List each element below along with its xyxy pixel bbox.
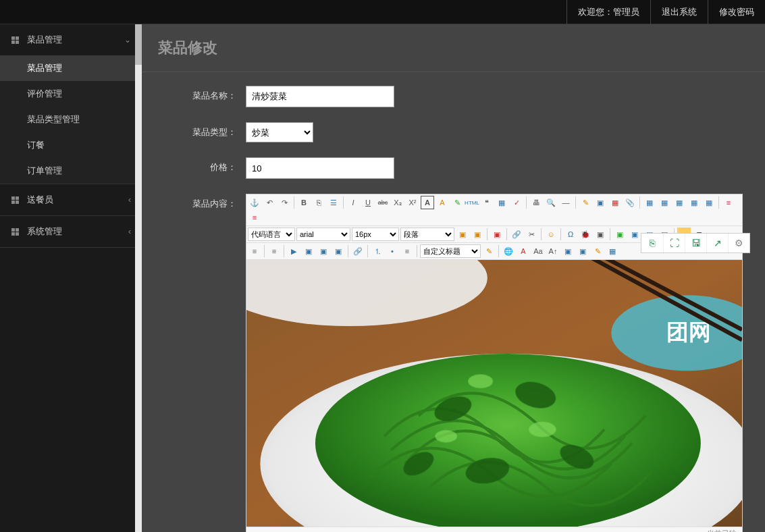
copy-icon[interactable]: ⎘ <box>641 234 663 252</box>
textcolor-icon[interactable]: A <box>436 196 449 209</box>
bug-icon[interactable]: 🐞 <box>579 228 592 241</box>
separator <box>541 228 542 240</box>
img3-icon[interactable]: ▣ <box>490 228 504 241</box>
highlight-icon[interactable]: ✎ <box>579 196 592 209</box>
preview-icon[interactable]: 🔍 <box>544 196 558 209</box>
para2-icon[interactable]: ≡ <box>248 211 261 224</box>
ruler-icon[interactable]: — <box>559 196 573 209</box>
form-row-price: 价格： <box>158 157 749 179</box>
separator <box>560 228 561 240</box>
unlink-icon[interactable]: ✂ <box>525 228 538 241</box>
paragraph-select[interactable]: 段落 <box>400 228 454 241</box>
para-icon[interactable]: ≡ <box>722 196 735 209</box>
bullet-list-icon[interactable]: • <box>386 244 399 258</box>
palette-icon[interactable]: ✎ <box>591 244 604 258</box>
share-icon[interactable]: ↗ <box>706 234 728 252</box>
separator <box>610 228 610 240</box>
img4-icon[interactable]: ▣ <box>613 228 627 241</box>
box2-icon[interactable]: ▣ <box>593 228 607 241</box>
fontAa-icon[interactable]: Aa <box>531 244 545 258</box>
font-box-icon[interactable]: A <box>421 196 434 209</box>
omega-icon[interactable]: Ω <box>564 228 577 241</box>
sidebar-item-review-manage[interactable]: 评价管理 <box>0 81 142 107</box>
box-icon[interactable]: ▣ <box>593 196 607 209</box>
imgfloat2-icon[interactable]: ▣ <box>317 244 330 258</box>
link-icon[interactable]: 🔗 <box>510 228 523 241</box>
sidebar-group-header-delivery[interactable]: 送餐员 ‹ <box>0 184 142 215</box>
svg-point-14 <box>435 430 457 442</box>
form-row-content: 菜品内容： ⚓ ↶ ↷ B ⎘ ☰ I <box>158 194 749 532</box>
dish-price-input[interactable] <box>246 157 394 179</box>
list-icon[interactable]: ≡ <box>400 244 414 258</box>
print-icon[interactable]: 🖶 <box>529 196 543 209</box>
html-icon[interactable]: HTML <box>465 196 479 209</box>
dish-name-input[interactable] <box>246 86 394 107</box>
separator <box>284 245 284 257</box>
sidebar-item-dishtype-manage[interactable]: 菜品类型管理 <box>0 107 142 132</box>
copyformat-icon[interactable]: ⎘ <box>312 196 325 209</box>
tableins-icon[interactable]: ▦ <box>606 244 619 258</box>
editor-toolbar-row1: ⚓ ↶ ↷ B ⎘ ☰ I U abc X₂ X² <box>246 194 742 226</box>
image2-icon[interactable]: ▣ <box>471 228 484 241</box>
code-lang-select[interactable]: 代码语言 <box>248 228 295 241</box>
fontA2-icon[interactable]: A↑ <box>546 244 560 258</box>
sidebar-item-order-manage[interactable]: 订单管理 <box>0 158 142 184</box>
play-icon[interactable]: ▶ <box>287 244 300 258</box>
outdent-icon[interactable]: ≡ <box>267 244 281 258</box>
editor-status-text: 当前已输 <box>707 529 737 532</box>
smile-icon[interactable]: ☺ <box>544 228 558 241</box>
table2-icon[interactable]: ▦ <box>658 196 671 209</box>
table3-icon[interactable]: ▦ <box>672 196 686 209</box>
save-icon[interactable]: 🖫 <box>685 234 706 252</box>
table4-icon[interactable]: ▦ <box>687 196 701 209</box>
imgfloat-icon[interactable]: ▣ <box>302 244 315 258</box>
fontA-icon[interactable]: A <box>517 244 530 258</box>
calendar-icon[interactable]: ▦ <box>495 196 508 209</box>
strike-icon[interactable]: abc <box>376 196 390 209</box>
font-family-select[interactable]: arial <box>296 228 350 241</box>
table-icon[interactable]: ▦ <box>643 196 656 209</box>
sidebar-scrollbar[interactable] <box>135 24 142 532</box>
lineheight-icon[interactable]: ≡ <box>248 244 261 258</box>
spellcheck-icon[interactable]: ✓ <box>510 196 523 209</box>
sidebar-item-order-food[interactable]: 订餐 <box>0 132 142 158</box>
underline-icon[interactable]: U <box>361 196 375 209</box>
custom-title-select[interactable]: 自定义标题 <box>420 244 481 258</box>
anchor-icon[interactable]: ⚓ <box>248 196 261 209</box>
video-icon[interactable]: ▣ <box>561 244 575 258</box>
video2-icon[interactable]: ▣ <box>576 244 589 258</box>
image-icon[interactable]: ▣ <box>456 228 469 241</box>
price-label: 价格： <box>158 157 246 174</box>
sidebar-item-dish-manage[interactable]: 菜品管理 <box>0 55 142 81</box>
link2-icon[interactable]: 🔗 <box>351 244 365 258</box>
undo-icon[interactable]: ↶ <box>263 196 276 209</box>
indent-icon[interactable]: ☰ <box>327 196 340 209</box>
dish-type-select[interactable]: 炒菜 <box>246 122 313 142</box>
redo-icon[interactable]: ↷ <box>278 196 291 209</box>
tool1-icon[interactable]: ✎ <box>482 244 496 258</box>
imgfloat3-icon[interactable]: ▣ <box>332 244 345 258</box>
num-list-icon[interactable]: ⒈ <box>371 244 384 258</box>
superscript-icon[interactable]: X² <box>406 196 419 209</box>
sidebar-group-header-system[interactable]: 系统管理 ‹ <box>0 216 142 247</box>
globe-icon[interactable]: 🌐 <box>502 244 515 258</box>
italic-icon[interactable]: I <box>346 196 360 209</box>
sidebar-submenu-dishes: 菜品管理 评价管理 菜品类型管理 订餐 订单管理 <box>0 55 142 184</box>
sidebar-group-header-dishes[interactable]: 菜品管理 ⌄ <box>0 24 142 55</box>
change-password-link[interactable]: 修改密码 <box>708 0 765 24</box>
subscript-icon[interactable]: X₂ <box>391 196 404 209</box>
table5-icon[interactable]: ▦ <box>702 196 716 209</box>
separator <box>417 245 417 257</box>
calendar2-icon[interactable]: ▦ <box>608 196 622 209</box>
bold-icon[interactable]: B <box>297 196 311 209</box>
editor-content-area[interactable]: 团网 <box>246 260 742 527</box>
quote-icon[interactable]: ❝ <box>480 196 494 209</box>
attach-icon[interactable]: 📎 <box>623 196 637 209</box>
eraser-icon[interactable]: ✎ <box>450 196 464 209</box>
logout-link[interactable]: 退出系统 <box>650 0 708 24</box>
font-size-select[interactable]: 16px <box>352 228 399 241</box>
expand-icon[interactable]: ⛶ <box>663 234 685 252</box>
img5-icon[interactable]: ▣ <box>628 228 641 241</box>
editor-footer: 当前已输 <box>246 527 742 532</box>
gear-icon[interactable]: ⚙ <box>728 234 749 252</box>
